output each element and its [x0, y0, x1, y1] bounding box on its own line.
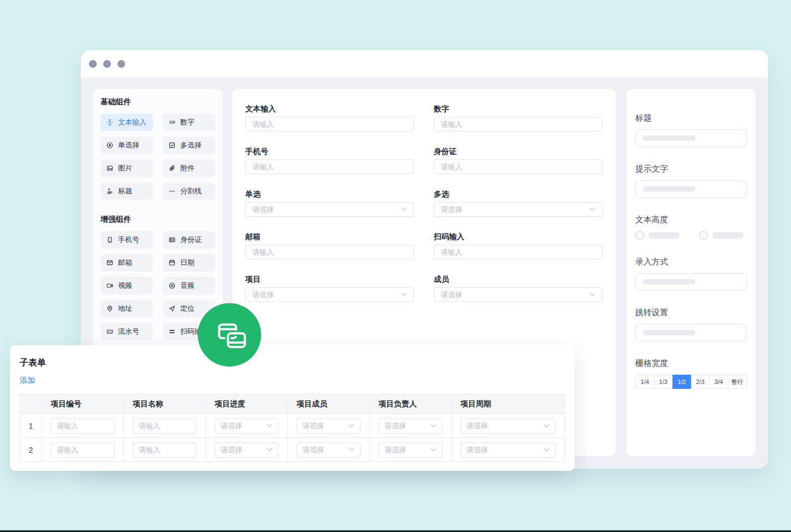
- component-tile[interactable]: 标题: [101, 182, 153, 200]
- field-placeholder: 请选择: [441, 205, 462, 215]
- subform-cell-control[interactable]: 请选择: [379, 442, 442, 458]
- subform-cell-control[interactable]: 请输入: [51, 442, 115, 458]
- component-tile[interactable]: 地址: [101, 300, 153, 317]
- radio-option[interactable]: [635, 231, 680, 240]
- component-tile[interactable]: 附件: [163, 159, 215, 177]
- subform-cell-control[interactable]: 请选择: [297, 442, 361, 458]
- field-control[interactable]: 请输入: [434, 159, 603, 174]
- component-tile[interactable]: 数字: [163, 114, 215, 131]
- grid-width-option[interactable]: 2/3: [690, 375, 710, 389]
- cell-placeholder: 请输入: [57, 445, 78, 455]
- subform-cell-control[interactable]: 请选择: [297, 418, 361, 434]
- chevron-down-icon: [349, 424, 355, 428]
- video-icon: [106, 282, 114, 289]
- jump-setting-input[interactable]: [635, 324, 747, 341]
- cell-placeholder: 请输入: [57, 421, 78, 431]
- field-label: 邮箱: [245, 232, 414, 241]
- subform-cell: 请选择: [206, 414, 288, 438]
- grid-width-setting-label: 栅格宽度: [635, 359, 747, 368]
- subform-cell-control[interactable]: 请选择: [461, 418, 556, 434]
- text-height-setting-label: 文本高度: [635, 215, 747, 224]
- address-icon: [106, 305, 114, 312]
- hint-setting-input[interactable]: [635, 180, 747, 198]
- overlap-cards-icon: [208, 314, 251, 356]
- form-field-grid: 文本输入 请输入 数字 请输入 手机号 请输入: [245, 104, 603, 302]
- traffic-light-dot-icon[interactable]: [89, 60, 97, 68]
- field-control[interactable]: 请输入: [245, 159, 414, 174]
- field-label: 扫码输入: [434, 232, 603, 241]
- cell-placeholder: 请选择: [385, 445, 406, 455]
- field-control[interactable]: 请输入: [245, 245, 414, 259]
- image-icon: [106, 164, 114, 172]
- traffic-light-dot-icon[interactable]: [117, 60, 125, 68]
- audio-icon: [168, 282, 176, 289]
- chevron-down-icon: [401, 208, 407, 211]
- text-input-icon: [106, 119, 114, 126]
- grid-width-option[interactable]: 1/2: [672, 375, 692, 389]
- field-control[interactable]: 请选择: [434, 287, 603, 302]
- subform-cell-control[interactable]: 请选择: [379, 418, 442, 434]
- chevron-down-icon: [589, 208, 595, 211]
- grid-width-segmented-control: 1/41/31/22/33/4整行: [635, 375, 747, 389]
- subform-cell-control[interactable]: 请输入: [51, 418, 115, 434]
- traffic-light-dot-icon[interactable]: [103, 60, 111, 68]
- form-field: 多选 请选择: [434, 190, 603, 217]
- field-control[interactable]: 请选择: [245, 287, 414, 302]
- subform-cell: 请输入: [124, 414, 206, 438]
- component-tile[interactable]: 分割线: [163, 182, 215, 200]
- brand-badge: [198, 303, 261, 367]
- component-tile[interactable]: 文本输入: [101, 114, 153, 131]
- grid-width-option[interactable]: 3/4: [709, 375, 728, 389]
- field-control[interactable]: 请选择: [434, 202, 603, 217]
- subform-cell: 请选择: [452, 438, 565, 462]
- component-tile[interactable]: 多选择: [163, 137, 215, 154]
- component-tile-label: 身份证: [180, 235, 202, 245]
- subform-row: 1 请输入 请输入: [20, 414, 565, 438]
- component-tile[interactable]: 手机号: [101, 231, 153, 249]
- subform-cell-control[interactable]: 请选择: [461, 442, 556, 458]
- field-control[interactable]: 请输入: [434, 245, 603, 259]
- component-tile[interactable]: 邮箱: [101, 254, 153, 271]
- radio-option[interactable]: [699, 231, 743, 240]
- component-tile-label: 数字: [180, 117, 194, 127]
- field-label: 身份证: [434, 147, 603, 156]
- title-setting-input[interactable]: [635, 129, 747, 147]
- subform-column-header: 项目负责人: [370, 394, 452, 414]
- subform-column-header: 项目编号: [42, 394, 124, 414]
- subform-add-button[interactable]: 添加: [20, 376, 35, 386]
- field-control[interactable]: 请输入: [434, 117, 603, 132]
- component-tile[interactable]: 单选择: [101, 137, 153, 154]
- form-field: 项目 请选择: [245, 275, 414, 302]
- radio-icon[interactable]: [699, 231, 708, 240]
- form-field: 身份证 请输入: [434, 147, 603, 174]
- component-tile[interactable]: 日期: [163, 254, 215, 271]
- form-field: 单选 请选择: [245, 190, 414, 217]
- input-method-setting-input[interactable]: [635, 273, 747, 291]
- component-tile-label: 定位: [180, 304, 194, 314]
- subform-cell: 请输入: [124, 438, 206, 462]
- chevron-down-icon: [267, 448, 273, 452]
- form-field: 邮箱 请输入: [245, 232, 414, 259]
- component-tile[interactable]: 图片: [101, 159, 153, 177]
- component-tile[interactable]: 视频: [101, 277, 153, 294]
- subform-cell-control[interactable]: 请输入: [133, 442, 197, 458]
- component-tile[interactable]: 流水号: [101, 323, 153, 340]
- component-tile-label: 音频: [180, 281, 194, 291]
- subform-cell: 请选择: [206, 438, 288, 462]
- component-tile-label: 流水号: [118, 327, 139, 336]
- subform-cell-control[interactable]: 请选择: [215, 442, 279, 458]
- radio-icon[interactable]: [635, 231, 644, 240]
- chevron-down-icon: [401, 293, 407, 297]
- id-card-icon: [168, 236, 176, 244]
- component-tile-label: 附件: [180, 163, 194, 173]
- placeholder-pill: [643, 135, 695, 141]
- subform-cell-control[interactable]: 请输入: [133, 418, 197, 434]
- field-control[interactable]: 请选择: [245, 202, 414, 217]
- component-tile[interactable]: 身份证: [163, 231, 215, 249]
- field-control[interactable]: 请输入: [245, 117, 414, 132]
- component-tile[interactable]: 音频: [163, 277, 215, 294]
- subform-cell-control[interactable]: 请选择: [215, 418, 279, 434]
- grid-width-option[interactable]: 1/4: [635, 375, 654, 389]
- grid-width-option[interactable]: 整行: [728, 375, 747, 389]
- grid-width-option[interactable]: 1/3: [654, 375, 673, 389]
